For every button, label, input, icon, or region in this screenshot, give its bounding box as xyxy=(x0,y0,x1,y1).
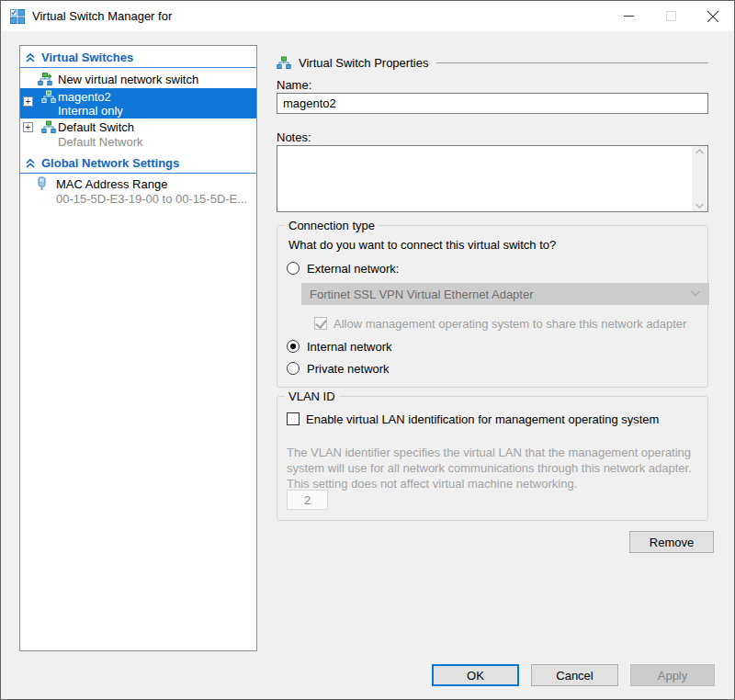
internal-network-label: Internal network xyxy=(307,340,392,354)
enable-vlan-label: Enable virtual LAN identification for ma… xyxy=(306,412,659,426)
name-label: Name: xyxy=(277,78,311,92)
section-divider xyxy=(20,173,256,174)
tree-item-name: Default Switch xyxy=(58,120,134,134)
minimize-button[interactable] xyxy=(607,1,650,31)
connection-type-group: Connection type What do you want to conn… xyxy=(277,225,708,388)
private-network-label: Private network xyxy=(307,362,390,376)
vlan-id-group: VLAN ID Enable virtual LAN identificatio… xyxy=(277,396,708,521)
adapter-dropdown-value: Fortinet SSL VPN Virtual Ethernet Adapte… xyxy=(310,288,534,301)
cancel-button[interactable]: Cancel xyxy=(531,664,618,686)
properties-header: Virtual Switch Properties xyxy=(277,54,708,71)
ok-button[interactable]: OK xyxy=(432,664,519,686)
notes-textarea[interactable] xyxy=(277,146,692,211)
chevron-down-icon xyxy=(691,290,700,297)
network-switch-icon xyxy=(41,119,56,134)
expander-plus-icon[interactable]: + xyxy=(23,96,33,107)
enable-vlan-checkbox[interactable] xyxy=(287,412,300,425)
private-network-radio[interactable] xyxy=(287,362,300,375)
mac-range-label: MAC Address Range xyxy=(56,177,167,191)
tree-item-magento2[interactable]: + magento2 Internal only xyxy=(20,88,256,119)
double-chevron-up-icon xyxy=(25,158,36,169)
virtual-switches-header-label: Virtual Switches xyxy=(41,51,133,64)
title-bar: Virtual Switch Manager for xyxy=(1,1,734,31)
network-switch-icon xyxy=(41,89,56,104)
close-button[interactable] xyxy=(692,1,734,31)
connection-type-group-label: Connection type xyxy=(285,219,379,232)
properties-title: Virtual Switch Properties xyxy=(299,56,428,70)
tree-item-subtitle: Internal only xyxy=(58,104,123,118)
mac-range-value: 00-15-5D-E3-19-00 to 00-15-5D-E... xyxy=(56,192,247,206)
expander-plus-icon[interactable]: + xyxy=(23,122,33,132)
double-chevron-up-icon xyxy=(25,52,36,63)
share-adapter-label: Allow management operating system to sha… xyxy=(334,317,686,331)
notes-scrollbar[interactable] xyxy=(692,146,707,211)
notes-label: Notes: xyxy=(277,130,311,144)
window-controls xyxy=(607,1,734,31)
remove-button[interactable]: Remove xyxy=(629,531,714,553)
hyperv-switch-manager-icon xyxy=(10,9,25,24)
maximize-icon xyxy=(666,11,676,21)
maximize-button[interactable] xyxy=(650,1,692,31)
share-adapter-checkbox xyxy=(314,317,327,330)
scroll-down-icon[interactable] xyxy=(695,203,704,209)
window-title: Virtual Switch Manager for xyxy=(32,9,172,23)
scroll-up-icon[interactable] xyxy=(695,149,704,154)
network-switch-icon xyxy=(277,55,291,70)
vlan-id-input xyxy=(287,490,328,510)
tree-item-subtitle: Default Network xyxy=(58,135,142,149)
external-network-radio[interactable] xyxy=(287,262,300,275)
tree-item-name: magento2 xyxy=(58,90,111,104)
external-network-label: External network: xyxy=(307,262,399,276)
apply-button: Apply xyxy=(630,664,715,686)
network-adapter-icon xyxy=(36,176,48,191)
new-switch-label: New virtual network switch xyxy=(58,73,198,86)
switch-tree-sidebar: Virtual Switches New virtual network swi… xyxy=(19,45,257,651)
header-rule xyxy=(436,62,708,63)
virtual-switch-manager-window: Virtual Switch Manager for Virtual Switc… xyxy=(0,0,735,700)
vlan-group-label: VLAN ID xyxy=(285,390,339,403)
virtual-switches-section-header[interactable]: Virtual Switches xyxy=(20,49,256,67)
global-settings-section-header[interactable]: Global Network Settings xyxy=(20,154,256,173)
adapter-dropdown: Fortinet SSL VPN Virtual Ethernet Adapte… xyxy=(301,283,709,305)
close-icon xyxy=(707,11,718,22)
network-switch-add-icon xyxy=(38,72,52,86)
section-divider xyxy=(20,67,256,68)
connection-question: What do you want to connect this virtual… xyxy=(288,238,556,252)
internal-network-radio[interactable] xyxy=(287,340,300,353)
switch-name-input[interactable] xyxy=(277,93,708,114)
minimize-icon xyxy=(624,11,634,21)
global-settings-header-label: Global Network Settings xyxy=(41,156,179,170)
vlan-description: The VLAN identifier specifies the virtua… xyxy=(287,445,702,491)
notes-field-container xyxy=(277,145,708,212)
